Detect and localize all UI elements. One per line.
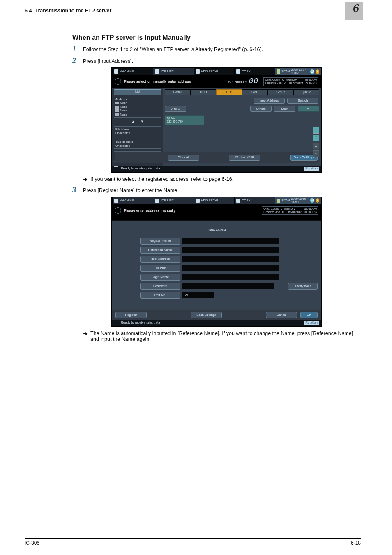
panel-tab-ftp[interactable]: FTP <box>216 89 242 95</box>
power-icon[interactable]: ⏻ <box>310 198 314 203</box>
top-tab-bar: MACHINE JOB LIST HDD RECALL COPY SCAN 20… <box>112 68 321 75</box>
step-3-text: Press [Register Name] to enter the Name. <box>83 186 179 194</box>
reference-name-field[interactable] <box>182 247 280 254</box>
anonymous-button[interactable]: Anonymous <box>288 283 318 290</box>
page-current: 1 <box>313 127 319 134</box>
help-icon[interactable]: ? <box>316 69 320 74</box>
page-down-icon[interactable]: ▼ <box>313 150 319 157</box>
tab-copy[interactable]: COPY <box>234 68 275 75</box>
tab-hdd-recall[interactable]: HDD RECALL <box>194 68 234 75</box>
tab-machine[interactable]: MACHINE <box>112 68 153 75</box>
rotation-indicator: Rotation <box>304 167 319 171</box>
tab-machine-label-2: MACHINE <box>120 199 134 202</box>
tab-scan[interactable]: SCAN 2009/11/27 18:02 ⏻ ? <box>275 68 321 75</box>
copy-icon <box>236 69 240 74</box>
smb-type-icon <box>115 113 119 116</box>
tab-joblist-2[interactable]: JOB LIST <box>153 197 194 204</box>
register-button[interactable]: Register <box>115 312 147 318</box>
tab-hdd-label: HDD RECALL <box>201 70 221 73</box>
destination-chip[interactable]: ftp-01 123.456.789 <box>165 115 204 125</box>
tab-machine-2[interactable]: MACHINE <box>112 197 153 204</box>
addr-ftp: None <box>120 109 127 112</box>
host-address-button[interactable]: Host Address <box>140 256 180 263</box>
status-message: Please select or manually enter address <box>124 79 191 83</box>
host-address-field[interactable] <box>182 256 280 263</box>
addr-up-icon[interactable]: ▲ <box>131 120 135 124</box>
tab-scan-2[interactable]: SCAN 2010/02/19 14:53 ⏻ ? <box>275 197 321 204</box>
file-path-button[interactable]: File Path <box>140 265 180 272</box>
password-field[interactable] <box>182 283 274 290</box>
scan-settings-button-2[interactable]: Scan Settings <box>191 312 222 318</box>
tab-copy-label-2: COPY <box>242 199 250 202</box>
tab-hdd-recall-2[interactable]: HDD RECALL <box>194 197 234 204</box>
info-icon: i <box>115 207 121 214</box>
help-icon[interactable]: ? <box>316 198 320 203</box>
rotation-indicator-2: Rotation <box>304 321 319 325</box>
printer-ready-text-2: Ready to receive print data <box>121 321 160 325</box>
arrow-icon: ➜ <box>83 331 90 342</box>
section-number: 6.4 <box>25 8 34 14</box>
info-icon: i <box>115 78 121 85</box>
step-1-text: Follow the Step 1 to 2 of "When an FTP s… <box>83 45 263 53</box>
machine-icon <box>114 69 118 74</box>
tab-machine-label: MACHINE <box>120 70 134 73</box>
step-3-number: 3 <box>72 186 83 194</box>
tab-joblist-label-2: JOB LIST <box>160 199 174 202</box>
tab-joblist[interactable]: JOB LIST <box>153 68 194 75</box>
tab-hdd-label-2: HDD RECALL <box>201 199 221 202</box>
filter-a-to-z[interactable]: A to Z <box>165 106 186 112</box>
tab-scan-label-2: SCAN <box>281 199 290 202</box>
port-no-field[interactable]: 21 <box>182 292 215 299</box>
ok-button[interactable]: OK <box>300 312 318 318</box>
clear-all-button[interactable]: Clear All <box>168 155 199 161</box>
section-title: Transmission to the FTP server <box>35 8 111 14</box>
list-button[interactable]: List <box>114 89 161 95</box>
metrics-box: Orig. Count0Memory99.000% Reserve Job0Fi… <box>263 77 318 86</box>
addr-hdd: None <box>120 105 127 109</box>
list-icon <box>155 69 159 74</box>
filter-all[interactable]: All <box>298 106 319 112</box>
password-button[interactable]: Password <box>140 283 180 290</box>
footer-right: 6-18 <box>351 540 361 546</box>
top-tab-bar-2: MACHINE JOB LIST HDD RECALL COPY SCAN 20… <box>112 197 321 204</box>
port-no-button[interactable]: Port No. <box>140 292 180 299</box>
step-1-number: 1 <box>72 45 83 53</box>
hdd-icon <box>196 199 200 203</box>
panel-tab-smb[interactable]: SMB <box>242 89 268 95</box>
printer-ready-text: Ready to receive print data <box>121 167 160 171</box>
addr-down-icon[interactable]: ▼ <box>141 120 144 124</box>
panel-tab-hdd[interactable]: HDD <box>191 89 217 95</box>
register-name-button[interactable]: Register Name <box>140 238 180 245</box>
login-name-field[interactable] <box>182 274 280 281</box>
power-icon[interactable]: ⏻ <box>310 69 314 74</box>
search-button[interactable]: Search <box>287 98 318 104</box>
footer-left: IC-306 <box>25 540 39 546</box>
set-number-value: 00 <box>249 77 259 86</box>
input-address-button[interactable]: Input Address <box>254 98 285 104</box>
file-path-field[interactable] <box>182 265 280 272</box>
m2-file-l: File Amount <box>286 210 302 214</box>
filter-others[interactable]: Others <box>250 106 272 112</box>
page-up-icon[interactable]: ▲ <box>313 143 319 149</box>
set-number-label: Set Number <box>228 80 247 84</box>
login-name-button[interactable]: Login Name <box>140 274 180 281</box>
scan-icon <box>277 199 280 203</box>
tab-copy-2[interactable]: COPY <box>234 197 275 204</box>
cancel-button[interactable]: Cancel <box>266 312 297 318</box>
title-email-value: Undecided <box>115 144 160 148</box>
panel-tab-email[interactable]: E-mail <box>165 89 191 95</box>
panel-tab-queue[interactable]: Queue <box>293 89 319 95</box>
register-edit-button[interactable]: Register/Edit <box>229 155 260 161</box>
page-total: 1 <box>313 135 319 141</box>
email-type-icon <box>115 102 119 104</box>
status-bar-2: i Please enter address manually Orig. Co… <box>112 204 321 217</box>
destination-address: 123.456.789 <box>167 120 202 123</box>
register-name-field[interactable] <box>182 238 280 245</box>
clock-text-2: 2010/02/19 14:53 <box>291 197 309 204</box>
destination-list: ftp-01 123.456.789 <box>165 115 319 125</box>
filter-main[interactable]: Main <box>274 106 295 112</box>
panel-tab-group[interactable]: Group <box>268 89 294 95</box>
page-indicator: 1 1 ▲ ▼ <box>313 127 319 157</box>
chapter-chip: 6 <box>345 2 363 20</box>
reference-name-button[interactable]: Reference Name <box>140 247 180 254</box>
